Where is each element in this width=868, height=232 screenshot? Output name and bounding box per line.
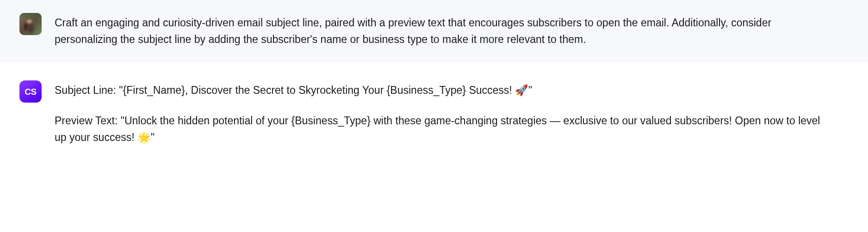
user-message-text: Craft an engaging and curiosity-driven e… xyxy=(55,17,771,45)
user-message-row: Craft an engaging and curiosity-driven e… xyxy=(0,0,868,62)
assistant-message-row: CS Subject Line: "{First_Name}, Discover… xyxy=(0,62,868,159)
assistant-message-content: Subject Line: "{First_Name}, Discover th… xyxy=(55,80,849,146)
user-avatar xyxy=(19,13,42,35)
user-message-content: Craft an engaging and curiosity-driven e… xyxy=(55,13,849,48)
assistant-avatar-label: CS xyxy=(25,85,36,98)
assistant-preview-text: Preview Text: "Unlock the hidden potenti… xyxy=(55,113,830,146)
assistant-subject-line: Subject Line: "{First_Name}, Discover th… xyxy=(55,82,830,99)
assistant-avatar: CS xyxy=(19,80,42,103)
